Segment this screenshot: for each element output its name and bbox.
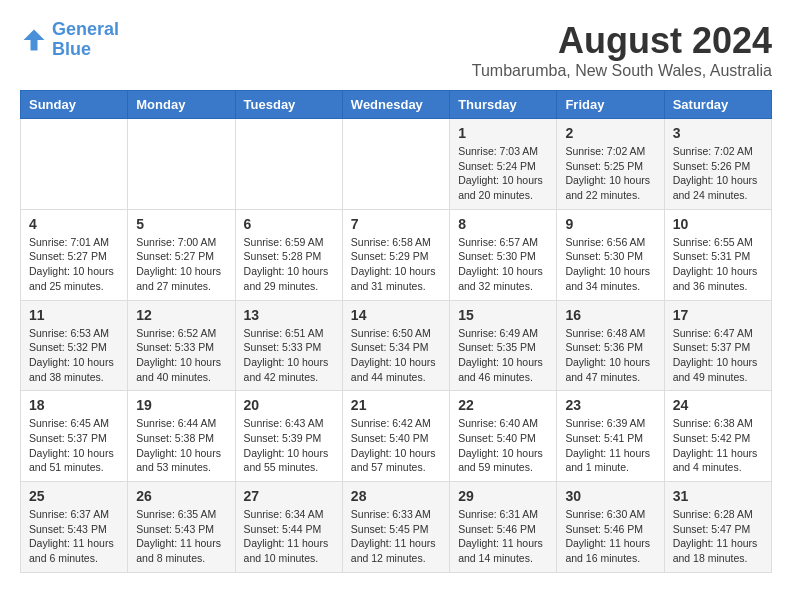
day-number: 13 [244,307,334,323]
page-header: General Blue August 2024 Tumbarumba, New… [20,20,772,80]
calendar-cell: 27Sunrise: 6:34 AM Sunset: 5:44 PM Dayli… [235,482,342,573]
calendar-cell: 21Sunrise: 6:42 AM Sunset: 5:40 PM Dayli… [342,391,449,482]
day-info: Sunrise: 6:51 AM Sunset: 5:33 PM Dayligh… [244,326,334,385]
day-number: 12 [136,307,226,323]
calendar-cell: 22Sunrise: 6:40 AM Sunset: 5:40 PM Dayli… [450,391,557,482]
weekday-header-wednesday: Wednesday [342,91,449,119]
title-section: August 2024 Tumbarumba, New South Wales,… [472,20,772,80]
day-number: 28 [351,488,441,504]
calendar-cell: 3Sunrise: 7:02 AM Sunset: 5:26 PM Daylig… [664,119,771,210]
logo-icon [20,26,48,54]
calendar-header: SundayMondayTuesdayWednesdayThursdayFrid… [21,91,772,119]
day-number: 26 [136,488,226,504]
calendar-cell: 16Sunrise: 6:48 AM Sunset: 5:36 PM Dayli… [557,300,664,391]
day-info: Sunrise: 6:58 AM Sunset: 5:29 PM Dayligh… [351,235,441,294]
day-number: 23 [565,397,655,413]
day-info: Sunrise: 7:00 AM Sunset: 5:27 PM Dayligh… [136,235,226,294]
weekday-header-thursday: Thursday [450,91,557,119]
day-number: 18 [29,397,119,413]
calendar-cell [21,119,128,210]
day-info: Sunrise: 6:35 AM Sunset: 5:43 PM Dayligh… [136,507,226,566]
day-info: Sunrise: 6:31 AM Sunset: 5:46 PM Dayligh… [458,507,548,566]
day-number: 22 [458,397,548,413]
day-number: 25 [29,488,119,504]
calendar-cell [342,119,449,210]
weekday-header-tuesday: Tuesday [235,91,342,119]
day-info: Sunrise: 6:55 AM Sunset: 5:31 PM Dayligh… [673,235,763,294]
calendar-cell: 29Sunrise: 6:31 AM Sunset: 5:46 PM Dayli… [450,482,557,573]
day-info: Sunrise: 6:45 AM Sunset: 5:37 PM Dayligh… [29,416,119,475]
weekday-header-sunday: Sunday [21,91,128,119]
main-title: August 2024 [472,20,772,62]
day-number: 11 [29,307,119,323]
week-row-1: 1Sunrise: 7:03 AM Sunset: 5:24 PM Daylig… [21,119,772,210]
calendar-cell: 13Sunrise: 6:51 AM Sunset: 5:33 PM Dayli… [235,300,342,391]
svg-marker-0 [24,29,45,50]
day-number: 1 [458,125,548,141]
day-number: 5 [136,216,226,232]
day-info: Sunrise: 6:42 AM Sunset: 5:40 PM Dayligh… [351,416,441,475]
calendar-cell [128,119,235,210]
week-row-5: 25Sunrise: 6:37 AM Sunset: 5:43 PM Dayli… [21,482,772,573]
day-info: Sunrise: 6:59 AM Sunset: 5:28 PM Dayligh… [244,235,334,294]
calendar-cell: 18Sunrise: 6:45 AM Sunset: 5:37 PM Dayli… [21,391,128,482]
calendar-cell: 4Sunrise: 7:01 AM Sunset: 5:27 PM Daylig… [21,209,128,300]
logo-line2: Blue [52,39,91,59]
day-number: 3 [673,125,763,141]
day-number: 17 [673,307,763,323]
calendar-cell: 20Sunrise: 6:43 AM Sunset: 5:39 PM Dayli… [235,391,342,482]
day-info: Sunrise: 6:52 AM Sunset: 5:33 PM Dayligh… [136,326,226,385]
day-info: Sunrise: 6:38 AM Sunset: 5:42 PM Dayligh… [673,416,763,475]
day-number: 16 [565,307,655,323]
day-info: Sunrise: 7:02 AM Sunset: 5:26 PM Dayligh… [673,144,763,203]
weekday-header-friday: Friday [557,91,664,119]
week-row-3: 11Sunrise: 6:53 AM Sunset: 5:32 PM Dayli… [21,300,772,391]
day-info: Sunrise: 6:56 AM Sunset: 5:30 PM Dayligh… [565,235,655,294]
day-info: Sunrise: 6:44 AM Sunset: 5:38 PM Dayligh… [136,416,226,475]
day-number: 31 [673,488,763,504]
day-number: 20 [244,397,334,413]
day-info: Sunrise: 6:50 AM Sunset: 5:34 PM Dayligh… [351,326,441,385]
calendar-cell: 2Sunrise: 7:02 AM Sunset: 5:25 PM Daylig… [557,119,664,210]
calendar-cell: 5Sunrise: 7:00 AM Sunset: 5:27 PM Daylig… [128,209,235,300]
day-info: Sunrise: 6:49 AM Sunset: 5:35 PM Dayligh… [458,326,548,385]
day-number: 19 [136,397,226,413]
day-info: Sunrise: 6:57 AM Sunset: 5:30 PM Dayligh… [458,235,548,294]
day-number: 6 [244,216,334,232]
day-info: Sunrise: 6:39 AM Sunset: 5:41 PM Dayligh… [565,416,655,475]
logo-line1: General [52,19,119,39]
day-info: Sunrise: 6:33 AM Sunset: 5:45 PM Dayligh… [351,507,441,566]
day-number: 14 [351,307,441,323]
calendar-cell: 15Sunrise: 6:49 AM Sunset: 5:35 PM Dayli… [450,300,557,391]
day-info: Sunrise: 6:47 AM Sunset: 5:37 PM Dayligh… [673,326,763,385]
week-row-4: 18Sunrise: 6:45 AM Sunset: 5:37 PM Dayli… [21,391,772,482]
day-info: Sunrise: 6:43 AM Sunset: 5:39 PM Dayligh… [244,416,334,475]
day-number: 15 [458,307,548,323]
day-number: 27 [244,488,334,504]
subtitle: Tumbarumba, New South Wales, Australia [472,62,772,80]
day-info: Sunrise: 6:28 AM Sunset: 5:47 PM Dayligh… [673,507,763,566]
weekday-header-monday: Monday [128,91,235,119]
calendar-cell [235,119,342,210]
day-info: Sunrise: 6:48 AM Sunset: 5:36 PM Dayligh… [565,326,655,385]
logo: General Blue [20,20,119,60]
calendar-body: 1Sunrise: 7:03 AM Sunset: 5:24 PM Daylig… [21,119,772,573]
calendar-cell: 30Sunrise: 6:30 AM Sunset: 5:46 PM Dayli… [557,482,664,573]
calendar-cell: 17Sunrise: 6:47 AM Sunset: 5:37 PM Dayli… [664,300,771,391]
logo-text: General Blue [52,20,119,60]
calendar-cell: 7Sunrise: 6:58 AM Sunset: 5:29 PM Daylig… [342,209,449,300]
calendar-cell: 12Sunrise: 6:52 AM Sunset: 5:33 PM Dayli… [128,300,235,391]
day-info: Sunrise: 6:37 AM Sunset: 5:43 PM Dayligh… [29,507,119,566]
calendar-cell: 24Sunrise: 6:38 AM Sunset: 5:42 PM Dayli… [664,391,771,482]
day-info: Sunrise: 7:03 AM Sunset: 5:24 PM Dayligh… [458,144,548,203]
calendar-cell: 19Sunrise: 6:44 AM Sunset: 5:38 PM Dayli… [128,391,235,482]
calendar-cell: 25Sunrise: 6:37 AM Sunset: 5:43 PM Dayli… [21,482,128,573]
day-number: 9 [565,216,655,232]
calendar-cell: 6Sunrise: 6:59 AM Sunset: 5:28 PM Daylig… [235,209,342,300]
day-info: Sunrise: 6:53 AM Sunset: 5:32 PM Dayligh… [29,326,119,385]
calendar-cell: 11Sunrise: 6:53 AM Sunset: 5:32 PM Dayli… [21,300,128,391]
weekday-header-saturday: Saturday [664,91,771,119]
day-info: Sunrise: 6:30 AM Sunset: 5:46 PM Dayligh… [565,507,655,566]
calendar-cell: 26Sunrise: 6:35 AM Sunset: 5:43 PM Dayli… [128,482,235,573]
week-row-2: 4Sunrise: 7:01 AM Sunset: 5:27 PM Daylig… [21,209,772,300]
